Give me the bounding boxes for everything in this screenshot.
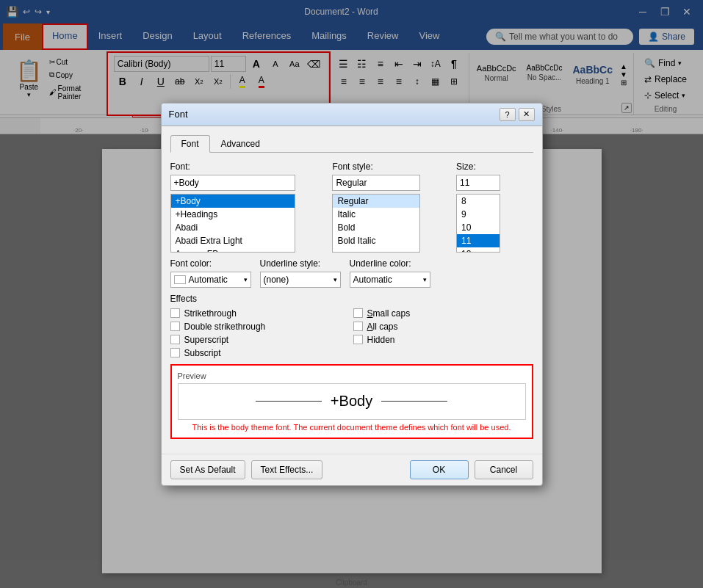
font-name-field[interactable]	[170, 175, 295, 191]
effect-small-caps: Small caps	[353, 308, 533, 319]
preview-description: This is the body theme font. The current…	[178, 423, 526, 432]
font-list-item-abadi[interactable]: Abadi	[171, 221, 295, 234]
font-color-label: Font color:	[170, 258, 251, 269]
dialog-footer: Set As Default Text Effects... OK Cancel	[162, 454, 542, 485]
style-list-bold-italic[interactable]: Bold Italic	[333, 234, 419, 247]
style-list-regular[interactable]: Regular	[333, 195, 419, 208]
dialog-body: Font Advanced Font: +Body +Headings Abad…	[162, 126, 542, 454]
preview-label: Preview	[178, 371, 526, 380]
font-size-field[interactable]	[456, 175, 500, 191]
superscript-checkbox[interactable]	[170, 335, 180, 344]
preview-right-line	[381, 401, 447, 402]
size-list-9[interactable]: 9	[457, 208, 500, 221]
double-strikethrough-checkbox[interactable]	[170, 322, 180, 331]
font-name-label: Font:	[170, 161, 324, 172]
underline-color-select[interactable]: Automatic ▾	[350, 272, 430, 288]
font-style-size-row: Font: +Body +Headings Abadi Abadi Extra …	[170, 161, 533, 253]
style-list-bold[interactable]: Bold	[333, 221, 419, 234]
size-list-12[interactable]: 12	[457, 247, 500, 253]
font-style-list[interactable]: Regular Italic Bold Bold Italic	[332, 194, 420, 253]
font-list-item-abadi-extra[interactable]: Abadi Extra Light	[171, 234, 295, 247]
hidden-checkbox[interactable]	[353, 335, 363, 344]
preview-text: +Body	[331, 393, 372, 410]
effect-hidden: Hidden	[353, 335, 533, 345]
font-name-section: Font: +Body +Headings Abadi Abadi Extra …	[170, 161, 324, 253]
font-style-field[interactable]	[332, 175, 420, 191]
cancel-btn[interactable]: Cancel	[475, 460, 533, 479]
subscript-checkbox[interactable]	[170, 348, 180, 357]
underline-color-section: Underline color: Automatic ▾	[350, 258, 430, 288]
effect-subscript: Subscript	[170, 348, 350, 358]
dialog-tabs: Font Advanced	[170, 135, 533, 153]
size-list-11[interactable]: 11	[457, 234, 500, 247]
effects-title: Effects	[170, 294, 533, 304]
underline-section: Font color: Automatic ▾ Underline style:…	[170, 258, 533, 288]
font-list-item-headings[interactable]: +Headings	[171, 208, 295, 221]
underline-color-arrow: ▾	[423, 276, 427, 283]
dialog-help-btn[interactable]: ?	[500, 108, 516, 121]
font-list-item-agency[interactable]: Agency FB	[171, 247, 295, 253]
preview-section: Preview +Body This is the body theme fon…	[170, 364, 533, 439]
font-size-label: Size:	[456, 161, 533, 172]
preview-left-line	[256, 401, 322, 402]
dialog-close-btn[interactable]: ✕	[519, 108, 535, 121]
tab-advanced[interactable]: Advanced	[210, 135, 271, 153]
text-effects-btn[interactable]: Text Effects...	[251, 460, 323, 479]
font-style-label: Font style:	[332, 161, 447, 172]
font-dialog: Font ? ✕ Font Advanced Font: +Body	[161, 103, 543, 486]
ok-btn[interactable]: OK	[410, 460, 469, 479]
font-list-item-body[interactable]: +Body	[171, 195, 295, 208]
font-color-section: Font color: Automatic ▾	[170, 258, 251, 288]
effects-grid: Strikethrough Small caps Double striketh…	[170, 308, 533, 358]
underline-color-label: Underline color:	[350, 258, 430, 269]
preview-box: +Body	[178, 383, 526, 420]
effect-all-caps: All caps	[353, 322, 533, 332]
size-list-10[interactable]: 10	[457, 221, 500, 234]
modal-overlay: Font ? ✕ Font Advanced Font: +Body	[0, 0, 703, 588]
font-name-list[interactable]: +Body +Headings Abadi Abadi Extra Light …	[170, 194, 295, 253]
font-size-section: Size: 8 9 10 11 12	[456, 161, 533, 253]
dialog-title: Font	[169, 109, 188, 120]
strikethrough-checkbox[interactable]	[170, 308, 180, 318]
size-list-8[interactable]: 8	[457, 195, 500, 208]
color-swatch	[174, 275, 186, 284]
underline-dropdown-arrow: ▾	[334, 276, 337, 283]
underline-style-section: Underline style: (none) ▾	[260, 258, 341, 288]
effect-superscript: Superscript	[170, 335, 350, 345]
all-caps-checkbox[interactable]	[353, 322, 363, 331]
font-style-section: Font style: Regular Italic Bold Bold Ita…	[332, 161, 447, 253]
tab-font[interactable]: Font	[170, 135, 210, 153]
color-dropdown-arrow: ▾	[244, 276, 248, 283]
effects-section: Effects Strikethrough Small caps Double …	[170, 294, 533, 358]
underline-style-label: Underline style:	[260, 258, 341, 269]
font-color-select[interactable]: Automatic ▾	[170, 272, 251, 288]
set-as-default-btn[interactable]: Set As Default	[170, 460, 245, 479]
style-list-italic[interactable]: Italic	[333, 208, 419, 221]
effect-strikethrough: Strikethrough	[170, 308, 350, 319]
dialog-title-bar: Font ? ✕	[162, 104, 542, 126]
underline-style-select[interactable]: (none) ▾	[260, 272, 341, 288]
small-caps-checkbox[interactable]	[353, 308, 363, 318]
font-size-list[interactable]: 8 9 10 11 12	[456, 194, 500, 253]
effect-double-strikethrough: Double strikethrough	[170, 322, 350, 332]
